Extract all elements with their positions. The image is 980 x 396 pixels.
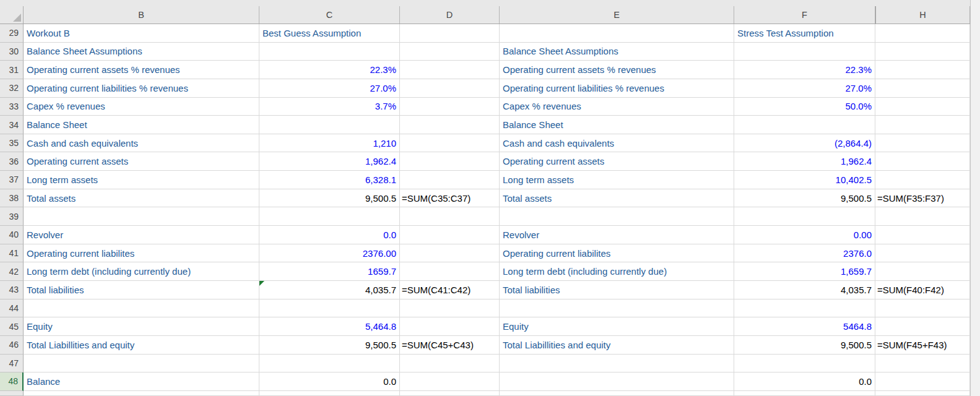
cell-B49[interactable] [24,391,259,396]
cell-F34[interactable] [734,116,875,134]
cell-C39[interactable] [259,207,400,226]
cell-B45[interactable]: Equity [24,317,259,336]
cell-D45[interactable] [400,317,500,336]
cell-H44[interactable] [875,299,970,318]
row-header-43[interactable]: 43 [0,281,24,299]
cell-C44[interactable] [259,299,400,318]
cell-F39[interactable] [734,207,875,226]
cell-B32[interactable]: Operating current liabilities % revenues [24,79,259,98]
cell-E34[interactable]: Balance Sheet [500,116,734,134]
cell-B34[interactable]: Balance Sheet [24,116,259,134]
cell-C34[interactable] [259,116,400,134]
cell-C43[interactable]: 4,035.7 [259,281,400,299]
column-header-D[interactable]: D [400,6,500,24]
cell-B38[interactable]: Total assets [24,189,259,208]
cell-F36[interactable]: 1,962.4 [734,152,875,171]
cell-F33[interactable]: 50.0% [734,98,875,116]
cell-C31[interactable]: 22.3% [259,61,400,79]
cell-H38[interactable]: =SUM(F35:F37) [875,189,970,208]
cell-D48[interactable] [400,372,500,391]
cell-F37[interactable]: 10,402.5 [734,171,875,189]
row-header-44[interactable]: 44 [0,299,24,318]
cell-D37[interactable] [400,171,500,189]
row-header-45[interactable]: 45 [0,317,24,336]
column-header-B[interactable]: B [24,6,259,24]
cell-E36[interactable]: Operating current assets [500,152,734,171]
column-header-C[interactable]: C [259,6,400,24]
cell-F32[interactable]: 27.0% [734,79,875,98]
cell-H34[interactable] [875,116,970,134]
row-header-47[interactable]: 47 [0,355,24,373]
row-header-48[interactable]: 48 [0,372,24,391]
cell-B44[interactable] [24,299,259,318]
row-header-35[interactable]: 35 [0,134,24,153]
cell-H48[interactable] [875,372,970,391]
cell-E30[interactable]: Balance Sheet Assumptions [500,43,734,61]
cell-D35[interactable] [400,134,500,153]
cell-E32[interactable]: Operating current liabilities % revenues [500,79,734,98]
cell-B41[interactable]: Operating current liabilites [24,244,259,263]
row-header-38[interactable]: 38 [0,189,24,208]
cell-E48[interactable] [500,372,734,391]
cell-D36[interactable] [400,152,500,171]
cell-F47[interactable] [734,355,875,373]
cell-B39[interactable] [24,207,259,226]
cell-B40[interactable]: Revolver [24,226,259,244]
row-header-49-partial[interactable] [0,391,24,396]
cell-E33[interactable]: Capex % revenues [500,98,734,116]
cell-E44[interactable] [500,299,734,318]
cell-F44[interactable] [734,299,875,318]
cell-B48[interactable]: Balance [24,372,259,391]
row-header-33[interactable]: 33 [0,98,24,116]
cell-C30[interactable] [259,43,400,61]
cell-H47[interactable] [875,355,970,373]
cell-H29[interactable] [875,24,970,43]
row-header-29[interactable]: 29 [0,24,24,43]
cell-E47[interactable] [500,355,734,373]
cell-D32[interactable] [400,79,500,98]
cell-F38[interactable]: 9,500.5 [734,189,875,208]
cell-B37[interactable]: Long term assets [24,171,259,189]
cell-C47[interactable] [259,355,400,373]
cell-B36[interactable]: Operating current assets [24,152,259,171]
cell-H41[interactable] [875,244,970,263]
cell-B47[interactable] [24,355,259,373]
row-header-40[interactable]: 40 [0,226,24,244]
cell-C29[interactable]: Best Guess Assumption [259,24,400,43]
cell-C48[interactable]: 0.0 [259,372,400,391]
column-header-F[interactable]: F [734,6,875,24]
select-all-corner[interactable] [0,6,24,24]
cell-H42[interactable] [875,262,970,281]
cell-C32[interactable]: 27.0% [259,79,400,98]
cell-C33[interactable]: 3.7% [259,98,400,116]
cell-H32[interactable] [875,79,970,98]
cell-F40[interactable]: 0.00 [734,226,875,244]
cell-C41[interactable]: 2376.00 [259,244,400,263]
cell-D47[interactable] [400,355,500,373]
cell-C49[interactable] [259,391,400,396]
cell-E35[interactable]: Cash and cash equivalents [500,134,734,153]
cell-F46[interactable]: 9,500.5 [734,336,875,355]
cell-E41[interactable]: Operating current liabilites [500,244,734,263]
column-header-E[interactable]: E [500,6,734,24]
cell-F31[interactable]: 22.3% [734,61,875,79]
cell-F35[interactable]: (2,864.4) [734,134,875,153]
cell-B35[interactable]: Cash and cash equivalents [24,134,259,153]
cell-D44[interactable] [400,299,500,318]
row-header-32[interactable]: 32 [0,79,24,98]
cell-H30[interactable] [875,43,970,61]
cell-D49[interactable] [400,391,500,396]
cell-B31[interactable]: Operating current assets % revenues [24,61,259,79]
cell-C40[interactable]: 0.0 [259,226,400,244]
cell-B42[interactable]: Long term debt (including currently due) [24,262,259,281]
cell-H37[interactable] [875,171,970,189]
cell-C35[interactable]: 1,210 [259,134,400,153]
cell-D46[interactable]: =SUM(C45+C43) [400,336,500,355]
cell-C45[interactable]: 5,464.8 [259,317,400,336]
cell-H39[interactable] [875,207,970,226]
row-header-30[interactable]: 30 [0,43,24,61]
row-header-46[interactable]: 46 [0,336,24,355]
cell-F43[interactable]: 4,035.7 [734,281,875,299]
cell-E45[interactable]: Equity [500,317,734,336]
vertical-scrollbar[interactable] [970,0,980,396]
